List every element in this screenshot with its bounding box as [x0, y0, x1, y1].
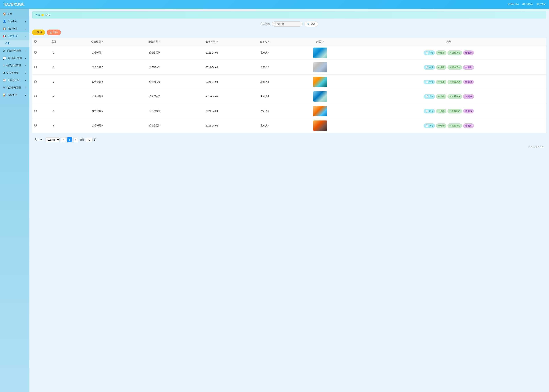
sidebar-label-guestbook: 留言板管理: [6, 71, 18, 75]
view-comments-button[interactable]: ✏ 查看评论: [448, 94, 462, 99]
row-delete-button[interactable]: 🗑 删除: [463, 80, 474, 84]
newspaper-icon: 📰: [3, 79, 6, 82]
home-icon: 🏠: [3, 12, 6, 16]
modify-button[interactable]: ✏ 修改: [436, 94, 446, 99]
comment-icon: ✏: [449, 124, 451, 127]
cell-actions: 📄 详情 ✏ 修改 ✏ 查看评论 🗑 删除: [351, 89, 546, 104]
cell-publisher: 发布人6: [241, 119, 289, 133]
detail-button[interactable]: 📄 详情: [424, 65, 435, 70]
sidebar-item-announcement-mgmt[interactable]: 📢 公告管理 ∧: [0, 32, 29, 40]
row-delete-button[interactable]: 🗑 删除: [463, 94, 474, 99]
search-bar: 公告标题 🔍 查询: [32, 21, 546, 27]
page-size-select[interactable]: 10条/页 20条/页 50条/页: [45, 138, 60, 142]
modify-button[interactable]: ✏ 修改: [436, 50, 446, 55]
sidebar-label-user-mgmt: 用户管理: [7, 27, 17, 30]
th-type[interactable]: 公告类型 ⇅: [126, 38, 183, 45]
modify-button[interactable]: ✏ 修改: [436, 80, 446, 84]
cell-index: 3: [39, 75, 69, 89]
table-row: 5 公告标题5 公告类型5 2021-04-04 发布人5 📄 详情 ✏ 修改 …: [32, 104, 546, 119]
cell-publish-time: 2021-04-04: [183, 75, 241, 89]
cover-image: [313, 62, 327, 72]
row-delete-button[interactable]: 🗑 删除: [463, 109, 474, 113]
row-checkbox[interactable]: [34, 110, 36, 112]
view-comments-button[interactable]: ✏ 查看评论: [448, 123, 462, 128]
row-checkbox[interactable]: [34, 95, 36, 97]
favorites-icon: ✈: [3, 86, 5, 89]
cell-type: 公告类型4: [126, 89, 183, 104]
cell-cover: [289, 45, 351, 60]
cell-index: 4: [39, 89, 69, 104]
chevron-down-icon7: ∨: [25, 79, 27, 82]
th-publish-time[interactable]: 发布时间 ⇅: [183, 38, 241, 45]
sidebar-item-forum-new[interactable]: 📰 论坛新天地 ∨: [0, 77, 29, 84]
cell-type: 公告类型3: [126, 75, 183, 89]
row-checkbox[interactable]: [34, 51, 36, 54]
modify-button[interactable]: ✏ 修改: [436, 123, 446, 128]
logout-link[interactable]: 退出登录: [537, 3, 546, 6]
cell-index: 5: [39, 104, 69, 119]
cell-publisher: 发布人5: [241, 104, 289, 119]
detail-button[interactable]: 📄 详情: [424, 80, 435, 84]
sidebar-item-my-favorites[interactable]: ✈ 我的收藏管理 ∨: [0, 84, 29, 91]
select-all-checkbox[interactable]: [34, 40, 36, 42]
detail-button[interactable]: 📄 详情: [424, 50, 435, 55]
batch-delete-button[interactable]: 🗑 删除: [47, 29, 61, 35]
users-icon: 📋: [3, 27, 6, 30]
th-cover[interactable]: 封面 ⇅: [289, 38, 351, 45]
th-publisher[interactable]: 发布人 ⇅: [241, 38, 289, 45]
search-input[interactable]: [272, 21, 303, 27]
detail-button[interactable]: 📄 详情: [424, 94, 435, 99]
announcement-table: 索引 公告标题 ⇅ 公告类型 ⇅ 发布时间 ⇅ 发布人 ⇅ 封面 ⇅ 操作 1 …: [32, 38, 546, 133]
view-comments-button[interactable]: ✏ 查看评论: [448, 109, 462, 113]
breadcrumb-home[interactable]: 首页: [36, 13, 40, 16]
goto-page-input[interactable]: [86, 138, 93, 142]
search-button[interactable]: 🔍 查询: [304, 21, 318, 27]
th-checkbox: [32, 38, 39, 45]
back-frontend-link[interactable]: 退出到前台: [522, 3, 533, 6]
cover-image: [313, 106, 327, 116]
modify-button[interactable]: ✏ 修改: [436, 65, 446, 70]
prev-page-button[interactable]: ‹: [61, 137, 66, 142]
row-checkbox[interactable]: [34, 66, 36, 68]
detail-button[interactable]: 📄 详情: [424, 109, 435, 113]
next-page-button[interactable]: ›: [73, 137, 78, 142]
modify-button[interactable]: ✏ 修改: [436, 109, 446, 113]
detail-button[interactable]: 📄 详情: [424, 123, 435, 128]
cell-cover: [289, 75, 351, 89]
view-comments-button[interactable]: ✏ 查看评论: [448, 65, 462, 70]
sidebar-item-user-mgmt[interactable]: 📋 用户管理 ∨: [0, 25, 29, 32]
cell-checkbox: [32, 75, 39, 89]
view-comments-button[interactable]: ✏ 查看评论: [448, 50, 462, 55]
edit-icon: ✏: [438, 81, 440, 83]
cell-type: 公告类型5: [126, 104, 183, 119]
sidebar-item-announcement[interactable]: 公告: [0, 40, 29, 47]
view-comments-button[interactable]: ✏ 查看评论: [448, 80, 462, 84]
comment-icon: ✏: [449, 95, 451, 98]
page-footer: ©2024 论坛元页: [32, 144, 546, 149]
sidebar-item-announcement-type[interactable]: ⊙ 公告类型管理 ∨: [0, 47, 29, 54]
sidebar-item-post-category[interactable]: ✉ 帖子分类管理 ∨: [0, 62, 29, 69]
detail-icon: 📄: [426, 81, 428, 83]
page-1-button[interactable]: 1: [67, 137, 72, 142]
comment-icon: ✏: [449, 81, 451, 83]
breadcrumb-current: 公告: [45, 13, 50, 16]
row-delete-button[interactable]: 🗑 删除: [463, 50, 474, 55]
sidebar-item-hot-posts[interactable]: 💬 热门帖子管理 ∨: [0, 54, 29, 62]
row-checkbox[interactable]: [34, 80, 36, 83]
sidebar-item-home[interactable]: 🏠 首页: [0, 10, 29, 18]
announcement-icon: 📢: [3, 35, 6, 38]
sidebar-item-guestbook[interactable]: ⊙ 留言板管理 ∨: [0, 69, 29, 77]
row-delete-button[interactable]: 🗑 删除: [463, 123, 474, 128]
mail-icon: ✉: [3, 64, 5, 67]
row-delete-button[interactable]: 🗑 删除: [463, 65, 474, 70]
sidebar-item-system-mgmt[interactable]: 📊 系统管理 ∨: [0, 91, 29, 99]
current-user-label: 管理员 abo: [508, 3, 519, 6]
th-title[interactable]: 公告标题 ⇅: [69, 38, 126, 45]
cell-type: 公告类型6: [126, 119, 183, 133]
add-button[interactable]: + 新增: [32, 29, 45, 35]
cell-checkbox: [32, 89, 39, 104]
cell-title: 公告标题5: [69, 104, 126, 119]
row-checkbox[interactable]: [34, 124, 36, 126]
cell-title: 公告标题3: [69, 75, 126, 89]
sidebar-item-personal[interactable]: 👤 个人中心 ∨: [0, 18, 29, 25]
